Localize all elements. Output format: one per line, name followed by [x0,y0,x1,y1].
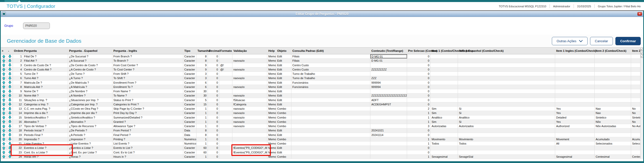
cell-pergunta[interactable]: Impressão ? [23,137,68,141]
cell-item2[interactable]: Nao [595,111,631,115]
cell-tamanho[interactable]: 5 [196,98,208,102]
cell-help[interactable]: Memo [267,115,276,120]
cell-item2_esp[interactable]: Acumulado [631,137,640,141]
cell-objeto[interactable]: Combo [276,107,291,111]
cell-ingles[interactable]: Summarized/Detailed ? [112,115,183,120]
cell-tamanho[interactable]: 8 [196,133,208,137]
cell-formato[interactable] [219,72,232,76]
cell-formato[interactable] [219,155,232,159]
cell-item1_ing[interactable] [555,72,595,76]
cell-pergunta[interactable]: Nome De ? [23,89,68,93]
cell-formato[interactable] [219,150,232,154]
cell-conteudo[interactable] [370,155,407,159]
cell-item2_esp[interactable] [631,133,640,137]
cell-item1_esp[interactable] [458,102,555,106]
cell-objeto[interactable]: Combo [276,155,291,159]
cell-consulta[interactable] [291,124,370,128]
cell-conteudo[interactable] [370,124,407,128]
cell-pergunta[interactable]: Cont. Ev. a Listar ? [23,150,68,154]
cell-item2[interactable] [595,54,631,58]
cell-item1[interactable] [431,150,458,154]
move-down-icon[interactable] [7,72,13,76]
move-down-icon[interactable] [7,89,13,93]
cell-tipo[interactable]: Caracter [183,67,196,72]
cell-objeto[interactable]: Edit [276,76,291,80]
cell-tipo[interactable]: Caracter [183,89,196,93]
cell-validacao[interactable] [232,137,267,141]
cell-item2[interactable]: Sintetico [595,115,631,120]
cell-decimal[interactable]: 0 [208,111,219,115]
cell-item1_ing[interactable] [555,150,595,154]
cell-ingles[interactable]: To Name ? [112,94,183,98]
cell-validacao[interactable]: naovazio [232,124,267,128]
grid-resize-icon[interactable]: ⤢ [640,51,643,54]
cell-item1_ing[interactable] [555,59,595,63]
move-down-icon[interactable] [7,98,13,102]
cell-espanhol[interactable]: ¿De Nombre ? [68,89,112,93]
cell-pergunta[interactable]: Matricula De ? [23,81,68,85]
cell-decimal[interactable]: 0 [208,133,219,137]
cell-preselecao[interactable]: 0 [407,67,431,72]
cell-tipo[interactable]: Caracter [183,59,196,63]
cell-decimal[interactable]: 0 [208,81,219,85]
cell-validacao[interactable]: fCategoria [232,102,267,106]
cell-preselecao[interactable]: 0 [407,150,431,154]
cell-item1[interactable] [431,89,458,93]
cell-item1[interactable] [431,94,458,98]
cell-item1[interactable] [431,76,458,80]
cell-validacao[interactable] [232,142,267,146]
cell-item1_ing[interactable]: Yes [555,107,595,111]
cell-item2_esp[interactable] [631,128,640,132]
cell-item1_ing[interactable] [555,128,595,132]
cell-preselecao[interactable]: 0 [407,85,431,89]
cell-help[interactable]: Memo [267,72,276,76]
move-up-icon[interactable] [1,59,7,63]
cell-item1[interactable] [431,63,458,67]
move-down-icon[interactable] [7,107,13,111]
move-up-icon[interactable] [1,85,7,89]
cell-espanhol[interactable]: ¿A Nombre ? [68,94,112,98]
cell-item1_ing[interactable]: Detailed [555,115,595,120]
cell-ordem[interactable]: 10 [13,94,23,98]
cell-preselecao[interactable]: 0 [407,128,431,132]
cell-item2_esp[interactable]: Sintetico [631,115,640,120]
cell-tamanho[interactable]: 60 [196,150,208,154]
cell-objeto[interactable]: Combo [276,115,291,120]
cell-item1_esp[interactable] [458,128,555,132]
cell-tipo[interactable]: Caracter [183,155,196,159]
cell-item1[interactable] [431,128,458,132]
move-down-icon[interactable] [7,102,13,106]
cell-objeto[interactable]: Edit [276,89,291,93]
cell-ingles[interactable]: Events to List ? [112,146,183,150]
cell-item1_esp[interactable]: Analitico [458,115,555,120]
move-up-icon[interactable] [1,111,7,115]
cell-item2[interactable] [595,146,631,150]
move-up-icon[interactable] [1,107,7,111]
cell-tipo[interactable]: Caracter [183,120,196,124]
move-up-icon[interactable] [1,89,7,93]
cell-validacao[interactable]: naovazio [232,76,267,80]
cell-espanhol[interactable]: ¿Sintetico/Analitico ? [68,115,112,120]
move-down-icon[interactable] [7,76,13,80]
cell-item2_esp[interactable] [631,63,640,67]
cell-item2[interactable]: Centesimal [595,155,631,159]
cell-item1_ing[interactable] [555,54,595,58]
close-icon[interactable]: X [637,12,642,16]
cell-espanhol[interactable]: ¿Impresion ? [68,137,112,141]
move-up-icon[interactable] [1,155,7,159]
cell-tamanho[interactable]: 1 [196,137,208,141]
cell-ordem[interactable]: 9 [13,89,23,93]
cell-tipo[interactable]: Caracter [183,54,196,58]
cell-item1[interactable] [431,54,458,58]
cell-formato[interactable] [219,133,232,137]
cell-pergunta[interactable]: Eventos a Listar ? [23,146,68,150]
cell-help[interactable]: Memo [267,59,276,63]
cell-objeto[interactable]: Edit [276,63,291,67]
cell-ordem[interactable]: 22 [13,146,23,150]
cell-validacao[interactable]: naovazio [232,120,267,124]
cell-espanhol[interactable]: ¿Categorias por Imp. ? [68,102,112,106]
cell-pergunta[interactable]: Nome Até ? [23,94,68,98]
cell-consulta[interactable] [291,94,370,98]
cell-espanhol[interactable]: ¿De Sucursal ? [68,54,112,58]
move-up-icon[interactable] [1,128,7,132]
